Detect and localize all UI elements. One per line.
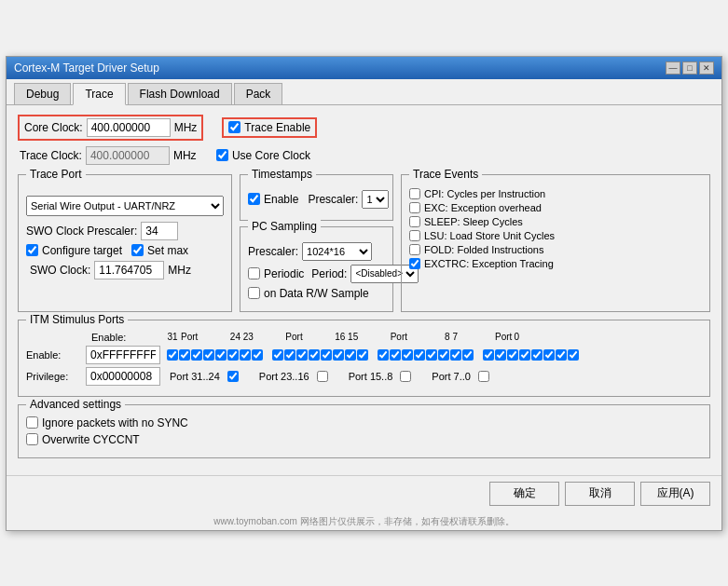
set-max-label[interactable]: Set max (131, 244, 188, 257)
trace-event-cpi-checkbox[interactable] (409, 188, 420, 199)
content-area: Core Clock: MHz Trace Enable Trace Clock… (7, 105, 721, 475)
core-clock-box: Core Clock: MHz (18, 115, 203, 141)
periodic-label[interactable]: Periodic (248, 267, 304, 280)
trace-port-title: Trace Port (26, 168, 86, 181)
itm-en-26[interactable] (227, 349, 239, 361)
data-rw-label[interactable]: on Data R/W Sample (248, 287, 369, 300)
trace-event-exctrc-checkbox[interactable] (409, 258, 420, 269)
itm-en-7[interactable] (483, 349, 494, 361)
itm-en-27[interactable] (215, 349, 227, 361)
swo-prescaler-input[interactable] (141, 222, 178, 240)
itm-en-22[interactable] (284, 349, 295, 361)
itm-en-4[interactable] (519, 349, 530, 361)
data-rw-checkbox[interactable] (248, 287, 260, 299)
itm-en-14[interactable] (390, 349, 401, 361)
itm-en-1[interactable] (556, 349, 567, 361)
close-button[interactable]: ✕ (699, 61, 714, 75)
trace-enable-label[interactable]: Trace Enable (228, 121, 310, 134)
use-core-clock-label[interactable]: Use Core Clock (216, 149, 310, 162)
cancel-button[interactable]: 取消 (565, 482, 635, 506)
trace-event-fold-checkbox[interactable] (409, 244, 420, 255)
top-row: Core Clock: MHz Trace Enable (18, 115, 710, 141)
minimize-button[interactable]: — (666, 61, 680, 75)
itm-en-9[interactable] (450, 349, 461, 361)
itm-en-21[interactable] (296, 349, 308, 361)
trace-events-title: Trace Events (409, 168, 482, 181)
title-bar-buttons: — □ ✕ (666, 61, 714, 75)
priv-port-23-16[interactable] (317, 371, 328, 382)
core-clock-input[interactable] (87, 118, 171, 137)
trace-event-sleep-checkbox[interactable] (409, 216, 420, 227)
swo-clock-unit: MHz (168, 264, 191, 277)
maximize-button[interactable]: □ (682, 61, 697, 75)
configure-target-checkbox[interactable] (26, 244, 38, 256)
itm-enable-input[interactable] (86, 346, 160, 364)
itm-en-8[interactable] (462, 349, 474, 361)
itm-en-15[interactable] (378, 349, 389, 361)
itm-en-19[interactable] (321, 349, 332, 361)
itm-en-3[interactable] (531, 349, 543, 361)
pc-prescaler-select[interactable]: 1024*16 (302, 242, 372, 261)
configure-target-label[interactable]: Configure target (26, 244, 122, 257)
trace-enable-box: Trace Enable (222, 117, 317, 138)
timestamps-prescaler-select[interactable]: 1 (362, 190, 389, 209)
itm-en-0[interactable] (568, 349, 579, 361)
itm-en-23[interactable] (272, 349, 283, 361)
itm-en-31[interactable] (167, 349, 178, 361)
tab-pack[interactable]: Pack (234, 83, 283, 104)
priv-port-15-8[interactable] (400, 371, 411, 382)
set-max-checkbox[interactable] (131, 244, 144, 256)
itm-privilege-row: Privilege: Port 31..24 Port 23..16 Port … (26, 367, 702, 386)
timestamps-content: Enable Prescaler: 1 (248, 190, 385, 209)
trace-enable-checkbox[interactable] (228, 121, 240, 133)
tab-debug[interactable]: Debug (14, 83, 71, 104)
itm-en-11[interactable] (426, 349, 437, 361)
trace-event-exc-checkbox[interactable] (409, 202, 420, 213)
itm-en-5[interactable] (507, 349, 518, 361)
priv-port-7-0[interactable] (478, 371, 489, 382)
itm-en-10[interactable] (438, 349, 449, 361)
overwrite-cyccnt-label[interactable]: Overwrite CYCCNT (26, 433, 140, 446)
itm-en-30[interactable] (179, 349, 190, 361)
tab-trace[interactable]: Trace (73, 83, 125, 105)
itm-content: Enable: 31 Port 24 23 Port 16 15 Port 8 … (26, 332, 702, 386)
itm-en-29[interactable] (191, 349, 202, 361)
itm-en-12[interactable] (414, 349, 425, 361)
overwrite-cyccnt-checkbox[interactable] (26, 433, 38, 445)
itm-enable-row: Enable: (26, 346, 702, 364)
itm-en-16[interactable] (357, 349, 368, 361)
trace-event-lsu-checkbox[interactable] (409, 230, 420, 241)
swo-clock-input[interactable] (94, 261, 164, 279)
ignore-sync-label[interactable]: Ignore packets with no SYNC (26, 416, 188, 429)
trace-clock-unit: MHz (173, 149, 197, 162)
itm-en-13[interactable] (402, 349, 413, 361)
tab-flash-download[interactable]: Flash Download (128, 83, 232, 104)
trace-port-select[interactable]: Serial Wire Output - UART/NRZ (26, 196, 224, 216)
use-core-clock-checkbox[interactable] (216, 149, 228, 161)
itm-en-2[interactable] (543, 349, 555, 361)
apply-button[interactable]: 应用(A) (640, 482, 710, 506)
periodic-checkbox[interactable] (248, 267, 260, 279)
itm-privilege-input[interactable] (86, 367, 160, 386)
priv-port-31-24[interactable] (227, 371, 239, 382)
timestamps-enable-label[interactable]: Enable (248, 193, 298, 206)
swo-prescaler-row: SWO Clock Prescaler: (26, 222, 224, 240)
main-window: Cortex-M Target Driver Setup — □ ✕ Debug… (6, 56, 722, 531)
swo-clock-label: SWO Clock: (30, 264, 90, 277)
itm-en-6[interactable] (495, 349, 506, 361)
trace-event-exctrc: EXCTRC: Exception Tracing (409, 258, 702, 269)
itm-en-28[interactable] (203, 349, 214, 361)
itm-en-24[interactable] (252, 349, 263, 361)
ok-button[interactable]: 确定 (489, 482, 559, 506)
ignore-sync-checkbox[interactable] (26, 416, 38, 429)
itm-en-25[interactable] (240, 349, 251, 361)
timestamps-enable-checkbox[interactable] (248, 193, 260, 205)
trace-clock-input[interactable] (86, 146, 170, 165)
prescaler-label: Prescaler: (308, 193, 358, 206)
timestamps-title: Timestamps (248, 168, 316, 181)
itm-en-18[interactable] (333, 349, 344, 361)
period-label: Period: (311, 267, 347, 280)
itm-en-17[interactable] (345, 349, 356, 361)
title-bar: Cortex-M Target Driver Setup — □ ✕ (7, 57, 721, 79)
itm-en-20[interactable] (309, 349, 320, 361)
